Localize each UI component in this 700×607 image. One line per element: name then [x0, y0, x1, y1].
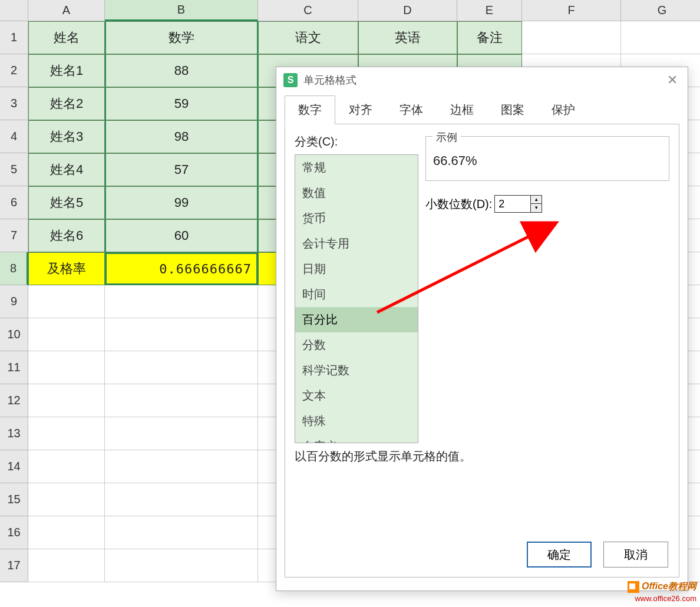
tab-pattern[interactable]: 图案: [487, 95, 538, 124]
col-header-F[interactable]: F: [522, 0, 621, 21]
cell-A8[interactable]: 及格率: [28, 252, 105, 285]
cell-D1[interactable]: 英语: [358, 21, 457, 54]
spinner-down-icon[interactable]: ▼: [531, 204, 541, 212]
table-row: 1 姓名 数学 语文 英语 备注: [0, 21, 700, 54]
category-percentage[interactable]: 百分比: [295, 307, 418, 332]
cell-B8-active[interactable]: 0.666666667: [105, 252, 258, 285]
row-header-7[interactable]: 7: [0, 219, 28, 252]
format-description: 以百分数的形式显示单元格的值。: [295, 448, 471, 464]
dialog-title-text: 单元格格式: [303, 73, 356, 87]
category-time[interactable]: 时间: [295, 282, 418, 307]
category-number[interactable]: 数值: [295, 180, 418, 206]
select-all-corner[interactable]: [0, 0, 28, 21]
sample-value: 66.67%: [433, 153, 662, 169]
tab-alignment[interactable]: 对齐: [335, 95, 386, 124]
category-scientific[interactable]: 科学记数: [295, 358, 418, 383]
decimal-places-row: 小数位数(D): ▲ ▼: [425, 195, 542, 213]
sample-label: 示例: [432, 130, 461, 144]
col-header-D[interactable]: D: [358, 0, 457, 21]
row-header-2[interactable]: 2: [0, 54, 28, 87]
row-header-4[interactable]: 4: [0, 120, 28, 153]
watermark: Office教程网 www.office26.com: [628, 581, 696, 603]
dialog-titlebar[interactable]: S 单元格格式 ✕: [276, 67, 688, 93]
tab-font[interactable]: 字体: [386, 95, 437, 124]
app-icon: S: [283, 73, 298, 87]
tab-number[interactable]: 数字: [285, 95, 335, 124]
decimal-places-label: 小数位数(D):: [425, 196, 492, 212]
col-header-A[interactable]: A: [28, 0, 105, 21]
category-fraction[interactable]: 分数: [295, 332, 418, 358]
tab-protection[interactable]: 保护: [538, 95, 589, 124]
tab-border[interactable]: 边框: [437, 95, 487, 124]
category-text[interactable]: 文本: [295, 383, 418, 408]
col-header-C[interactable]: C: [258, 0, 358, 21]
col-header-B[interactable]: B: [105, 0, 258, 21]
cell-A1[interactable]: 姓名: [28, 21, 105, 54]
ok-button[interactable]: 确定: [527, 542, 592, 568]
decimal-places-input[interactable]: [495, 196, 530, 212]
dialog-tabs: 数字 对齐 字体 边框 图案 保护: [285, 95, 679, 124]
column-headers-row: A B C D E F G: [0, 0, 700, 21]
cell-format-dialog: S 单元格格式 ✕ 数字 对齐 字体 边框 图案 保护 分类(C): 常规 数值…: [276, 67, 688, 591]
category-date[interactable]: 日期: [295, 256, 418, 282]
cell-A2[interactable]: 姓名1: [28, 54, 105, 87]
tab-body: 分类(C): 常规 数值 货币 会计专用 日期 时间 百分比 分数 科学记数 文…: [285, 124, 679, 578]
cell-C1[interactable]: 语文: [258, 21, 358, 54]
category-general[interactable]: 常规: [295, 155, 418, 180]
close-icon[interactable]: ✕: [664, 72, 681, 88]
row-header-5[interactable]: 5: [0, 153, 28, 186]
cell-B1[interactable]: 数学: [105, 21, 258, 54]
row-header-1[interactable]: 1: [0, 21, 28, 54]
col-header-G[interactable]: G: [621, 0, 700, 21]
category-currency[interactable]: 货币: [295, 206, 418, 231]
category-list[interactable]: 常规 数值 货币 会计专用 日期 时间 百分比 分数 科学记数 文本 特殊 自定…: [295, 154, 418, 443]
spinner-up-icon[interactable]: ▲: [531, 196, 541, 204]
col-header-E[interactable]: E: [457, 0, 522, 21]
row-header-8[interactable]: 8: [0, 252, 28, 285]
cell-F1[interactable]: [522, 21, 621, 54]
watermark-icon: [628, 581, 639, 593]
cell-B2[interactable]: 88: [105, 54, 258, 87]
row-header-3[interactable]: 3: [0, 87, 28, 120]
category-special[interactable]: 特殊: [295, 408, 418, 434]
sample-box: 66.67%: [425, 136, 669, 181]
decimal-places-spinner[interactable]: ▲ ▼: [494, 195, 542, 213]
row-header-6[interactable]: 6: [0, 186, 28, 219]
cell-E1[interactable]: 备注: [457, 21, 522, 54]
category-custom[interactable]: 自定义: [295, 434, 418, 443]
cell-G1[interactable]: [621, 21, 700, 54]
cancel-button[interactable]: 取消: [603, 542, 668, 568]
category-accounting[interactable]: 会计专用: [295, 231, 418, 256]
